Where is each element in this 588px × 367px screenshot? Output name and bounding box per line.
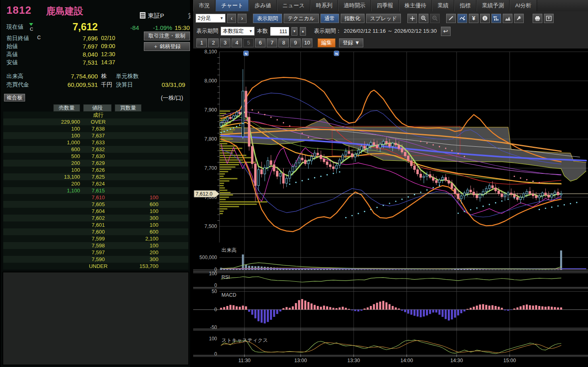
preset-button-7[interactable]: 7 — [267, 38, 277, 47]
col-sell-qty[interactable]: 売数量 — [53, 104, 80, 112]
order-book-row[interactable]: 229,900OVER — [3, 118, 188, 125]
info-icon[interactable]: i — [480, 14, 490, 23]
register-stock-button[interactable]: ＋ 銘柄登録 — [144, 42, 190, 51]
order-book-row[interactable]: 7,604100 — [3, 208, 188, 215]
order-book-row[interactable]: 2007,624 — [3, 180, 188, 187]
draw-pencil-icon[interactable] — [446, 14, 456, 23]
order-book-row[interactable]: 7,605600 — [3, 201, 188, 208]
macd-histogram-bar — [298, 300, 300, 310]
count-mode-select[interactable]: 本数指定▼ — [221, 27, 255, 36]
candle-down — [251, 146, 253, 164]
col-buy-qty[interactable]: 買数量 — [115, 104, 141, 112]
order-book-row[interactable]: 7,610100 — [3, 194, 188, 201]
candle-down — [230, 117, 232, 119]
order-book-row[interactable]: 7,602300 — [3, 215, 188, 221]
my-chart-icon[interactable]: MY — [491, 14, 501, 23]
timeframe-select[interactable]: 2分足▼ — [196, 14, 226, 23]
macd-histogram-bar — [529, 305, 531, 310]
sar-dot — [333, 173, 334, 174]
order-book-row[interactable]: 1007,637 — [3, 132, 188, 139]
macd-histogram-bar — [304, 301, 306, 310]
macd-histogram-bar — [466, 309, 468, 310]
prev-button[interactable]: ‹ — [227, 14, 236, 23]
macd-histogram-bar — [345, 308, 347, 310]
macd-histogram-bar — [379, 302, 381, 310]
crosshair-icon[interactable] — [407, 14, 417, 23]
tab-業績[interactable]: 業績 — [432, 0, 454, 11]
export-window-icon[interactable] — [544, 14, 554, 23]
count-up-button[interactable]: ▲ — [300, 27, 306, 36]
preset-button-9[interactable]: 9 — [290, 38, 301, 47]
preset-button-5[interactable]: 5 — [243, 38, 254, 47]
tab-ニュース[interactable]: ニュース — [277, 0, 310, 11]
candle-up — [357, 150, 359, 154]
yen-icon[interactable]: ¥ — [469, 14, 478, 23]
candle-up — [379, 144, 381, 148]
order-book-row[interactable]: 7,597200 — [3, 249, 188, 256]
next-button[interactable]: › — [238, 14, 247, 23]
volume-bar — [251, 266, 253, 270]
toolbar-button-指数化[interactable]: 指数化 — [341, 14, 365, 23]
preset-button-1[interactable]: 1 — [196, 38, 207, 47]
quote-row-label: 安値 — [6, 59, 18, 66]
composite-board-button[interactable]: 複合板 — [4, 94, 25, 101]
zoom-in-icon[interactable] — [419, 14, 428, 23]
toolbar-button-表示期間[interactable]: 表示期間 — [253, 14, 282, 23]
trade-caution-button[interactable]: 取引注意・規制 — [144, 32, 190, 40]
order-book-row[interactable]: 1,1007,615 — [3, 187, 188, 194]
order-book-row[interactable]: 7,5992,100 — [3, 235, 188, 242]
macd-histogram-bar — [448, 310, 450, 321]
toolbar-button-スプレッド[interactable]: スプレッド — [366, 14, 401, 23]
count-down-button[interactable]: ▼ — [291, 27, 297, 36]
tab-業績予測[interactable]: 業績予測 — [476, 0, 510, 11]
bar-count-input[interactable]: 111 — [270, 27, 289, 36]
preset-button-8[interactable]: 8 — [278, 38, 289, 47]
toolbar-button-テクニカル[interactable]: テクニカル — [284, 14, 319, 23]
tab-株主優待[interactable]: 株主優待 — [399, 0, 432, 11]
toolbar-button-通常[interactable]: 通常 — [320, 14, 339, 23]
edit-button[interactable]: 編集 — [318, 38, 335, 47]
order-book-row[interactable]: 7,600600 — [3, 228, 188, 235]
preset-button-3[interactable]: 3 — [220, 38, 230, 47]
candle-down — [386, 141, 388, 143]
order-book-row[interactable]: 5007,630 — [3, 153, 188, 160]
tab-時系列[interactable]: 時系列 — [310, 0, 338, 11]
chart-canvas[interactable]: 8,1008,0007,9007,8007,7007,6007,500NN7,6… — [193, 49, 588, 367]
tab-歩み値[interactable]: 歩み値 — [249, 0, 277, 11]
order-book-row[interactable]: 1007,626 — [3, 167, 188, 173]
candle-down — [420, 174, 422, 177]
volume-profile-bar — [220, 183, 224, 184]
col-price[interactable]: 値段 — [83, 104, 112, 112]
tab-チャート[interactable]: チャート — [215, 0, 249, 11]
reset-range-icon[interactable]: ↩ — [441, 27, 451, 36]
order-book-row[interactable]: UNDER153,700 — [3, 263, 188, 270]
settings-wrench-icon[interactable] — [514, 14, 524, 23]
order-book-row[interactable]: 2007,629 — [3, 160, 188, 167]
order-book-row[interactable]: 13,1007,625 — [3, 173, 188, 180]
zoom-out-icon[interactable] — [430, 14, 440, 23]
preset-button-6[interactable]: 6 — [255, 38, 266, 47]
order-book-row[interactable]: 6007,632 — [3, 146, 188, 153]
print-icon[interactable] — [533, 14, 542, 23]
preset-button-10[interactable]: 10 — [302, 38, 312, 47]
tab-市況[interactable]: 市況 — [193, 0, 215, 11]
order-book-row[interactable]: 1,0007,633 — [3, 139, 188, 146]
preset-button-4[interactable]: 4 — [232, 38, 242, 47]
trendline-cursor-icon[interactable] — [457, 14, 467, 23]
sar-dot — [239, 124, 240, 126]
register-dropdown-button[interactable]: 登録 ▼ — [339, 38, 363, 47]
order-book-row[interactable]: 7,590300 — [3, 256, 188, 263]
order-book-row[interactable]: 7,598100 — [3, 242, 188, 249]
order-book-row[interactable]: 成行 — [3, 112, 188, 118]
order-book-row[interactable]: 1007,638 — [3, 125, 188, 132]
volume-profile-bar — [220, 171, 228, 172]
tab-AI分析[interactable]: AI分析 — [510, 0, 537, 11]
tab-適時開示[interactable]: 適時開示 — [338, 0, 371, 11]
area-chart-icon[interactable] — [503, 14, 512, 23]
preset-button-2[interactable]: 2 — [208, 38, 219, 47]
order-book-row[interactable]: 7,601100 — [3, 221, 188, 228]
tab-四季報[interactable]: 四季報 — [371, 0, 399, 11]
macd-histogram-bar — [482, 304, 484, 310]
rsi-tick: 100 — [209, 271, 217, 276]
tab-指標[interactable]: 指標 — [454, 0, 476, 11]
